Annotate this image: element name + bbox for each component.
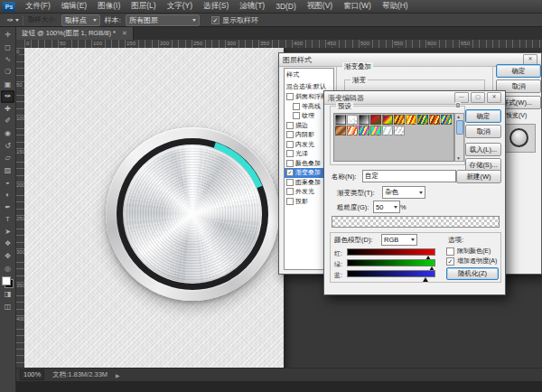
style-item-checkbox[interactable] — [293, 112, 300, 119]
close-icon[interactable]: ✕ — [122, 30, 127, 37]
channel-gradient-bar[interactable] — [347, 270, 435, 277]
gradient-preset-swatch[interactable] — [394, 126, 405, 135]
screen-mode-icon[interactable]: ◫ — [1, 300, 14, 313]
gradient-preset-swatch[interactable] — [394, 115, 405, 125]
canvas[interactable] — [24, 48, 284, 369]
menu-item-layer[interactable]: 图层(L) — [126, 0, 161, 13]
style-item-checkbox[interactable] — [286, 179, 294, 186]
style-item-checkbox[interactable]: ✓ — [286, 169, 294, 176]
add-transparency-checkbox[interactable]: ✓ — [446, 257, 454, 266]
cancel-button[interactable]: 取消 — [465, 125, 501, 138]
tool-preset-picker[interactable]: ✑ — [4, 15, 23, 25]
blur-tool-icon[interactable]: ◒ — [1, 176, 14, 189]
gradient-preset-swatch[interactable] — [335, 115, 346, 125]
crop-tool-icon[interactable]: ▣ — [1, 78, 14, 90]
channel-slider-thumb[interactable] — [423, 277, 428, 282]
restrict-colors-option[interactable]: 限制颜色(E) — [446, 247, 491, 256]
path-selection-tool-icon[interactable]: ➤ — [1, 226, 14, 238]
gradient-preset-swatch[interactable] — [441, 115, 452, 125]
gradient-tool-icon[interactable]: ▨ — [1, 164, 14, 177]
menu-item-threed[interactable]: 3D(D) — [270, 0, 302, 13]
style-item-checkbox[interactable] — [286, 141, 294, 148]
gradient-preset-swatch[interactable] — [382, 115, 393, 125]
zoom-tool-icon[interactable]: ◎ — [1, 262, 14, 275]
quick-selection-tool-icon[interactable]: ❍ — [1, 66, 14, 79]
presets-scrollbar[interactable]: ▲ ▼ — [454, 113, 464, 162]
style-item-checkbox[interactable] — [286, 93, 294, 100]
gradient-type-dropdown[interactable]: 杂色 — [382, 186, 425, 199]
menu-item-select[interactable]: 选择(S) — [198, 0, 234, 13]
type-tool-icon[interactable]: T — [1, 213, 14, 226]
menu-item-image[interactable]: 图像(I) — [92, 0, 126, 13]
roughness-field[interactable]: 50 — [373, 201, 400, 213]
gradient-preset-swatch[interactable] — [347, 115, 358, 125]
close-icon[interactable]: ✕ — [487, 92, 501, 103]
gear-icon[interactable]: ⚙ — [455, 102, 461, 109]
gradient-preset-swatch[interactable] — [335, 126, 346, 135]
gradient-preset-swatch[interactable] — [370, 126, 381, 135]
menu-item-edit[interactable]: 编辑(E) — [56, 0, 92, 13]
menu-item-filter[interactable]: 滤镜(T) — [234, 0, 270, 13]
menu-item-window[interactable]: 窗口(W) — [338, 0, 377, 13]
gradient-preset-swatch[interactable] — [359, 126, 369, 135]
menu-item-file[interactable]: 文件(F) — [20, 0, 56, 13]
color-model-dropdown[interactable]: RGB — [381, 234, 417, 246]
restrict-colors-checkbox[interactable] — [446, 247, 454, 256]
shape-tool-icon[interactable]: ❖ — [1, 238, 14, 250]
lasso-tool-icon[interactable]: ∿ — [1, 53, 14, 66]
scroll-down-icon[interactable]: ▼ — [455, 155, 462, 161]
new-gradient-button[interactable]: 新建(W) — [456, 170, 501, 183]
healing-brush-tool-icon[interactable]: ✚ — [1, 103, 14, 116]
dodge-tool-icon[interactable]: ◐ — [1, 189, 14, 201]
gradient-preset-swatch[interactable] — [417, 115, 428, 125]
marquee-tool-icon[interactable]: ◻ — [1, 42, 14, 54]
style-item-checkbox[interactable] — [286, 122, 294, 129]
maximize-icon[interactable]: ▢ — [471, 92, 485, 103]
history-brush-tool-icon[interactable]: ↺ — [1, 139, 14, 152]
sample-dropdown[interactable]: 所有图层 — [126, 14, 200, 26]
document-tab[interactable]: 旋钮 @ 100%(图层 1, RGB/8) * ✕ — [16, 27, 134, 40]
menu-item-view[interactable]: 视图(V) — [302, 0, 338, 13]
status-menu-arrow-icon[interactable]: ▶ — [116, 372, 120, 378]
gradient-preview-strip[interactable] — [332, 216, 500, 228]
show-ring-checkbox[interactable]: ✓ — [211, 16, 220, 24]
zoom-level-field[interactable]: 100% — [20, 369, 44, 380]
clone-stamp-tool-icon[interactable]: ◉ — [1, 127, 14, 140]
color-swatches[interactable] — [2, 276, 14, 288]
add-transparency-option[interactable]: ✓ 增加透明度(A) — [446, 257, 497, 266]
ok-button[interactable]: 确定 — [465, 109, 501, 123]
randomize-button[interactable]: 随机化(Z) — [446, 267, 499, 280]
pen-tool-icon[interactable]: ✒ — [1, 201, 14, 213]
channel-gradient-bar[interactable] — [347, 248, 435, 256]
gradient-preset-swatch[interactable] — [406, 115, 416, 125]
show-ring-option[interactable]: ✓ 显示取样环 — [211, 15, 258, 25]
eraser-tool-icon[interactable]: ▱ — [1, 152, 14, 164]
hand-tool-icon[interactable]: ✥ — [1, 250, 14, 263]
style-list-item-0[interactable]: 样式 — [285, 69, 333, 80]
gradient-preset-swatch[interactable] — [382, 126, 393, 135]
style-item-checkbox[interactable] — [286, 131, 294, 138]
channel-gradient-bar[interactable] — [347, 259, 435, 266]
name-input[interactable] — [362, 170, 456, 182]
style-item-checkbox[interactable] — [286, 188, 294, 195]
move-tool-icon[interactable]: ✛ — [1, 29, 14, 42]
load-button[interactable]: 载入(L)... — [465, 143, 501, 156]
eyedropper-tool-icon[interactable]: ✑ — [1, 90, 14, 103]
gradient-preset-swatch[interactable] — [359, 115, 369, 125]
brush-tool-icon[interactable]: ✐ — [1, 115, 14, 127]
style-item-checkbox[interactable] — [286, 150, 294, 157]
scrollbar-thumb[interactable] — [456, 120, 463, 135]
gradient-preset-swatch[interactable] — [370, 115, 381, 125]
gradient-preset-swatch[interactable] — [347, 126, 358, 135]
style-item-checkbox[interactable] — [286, 160, 294, 167]
menu-item-type[interactable]: 文字(Y) — [162, 0, 198, 13]
scroll-up-icon[interactable]: ▲ — [455, 114, 462, 119]
gradient-preset-swatch[interactable] — [429, 115, 440, 125]
menu-item-help[interactable]: 帮助(H) — [377, 0, 414, 13]
sample-size-dropdown[interactable]: 取样点 — [61, 14, 100, 26]
style-item-checkbox[interactable] — [286, 198, 294, 205]
style-item-checkbox[interactable] — [293, 103, 300, 110]
quick-mask-icon[interactable]: ◨ — [1, 288, 14, 301]
foreground-color-swatch[interactable] — [2, 276, 11, 285]
ok-button[interactable]: 确定 — [496, 64, 541, 78]
